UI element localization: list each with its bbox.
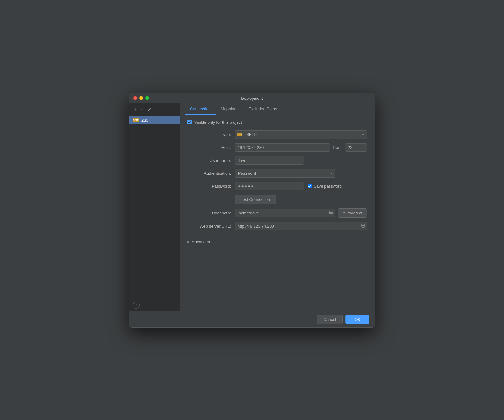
sidebar-bottom: ?: [129, 299, 180, 311]
root-path-control: Autodetect: [235, 208, 367, 218]
sidebar-spacer: [129, 124, 180, 299]
password-row-inner: Save password: [235, 182, 367, 190]
web-server-url-input[interactable]: [235, 222, 367, 230]
username-input[interactable]: [235, 156, 304, 165]
deployment-dialog: Deployment + − ✓ SFTP 230 ? C: [129, 93, 375, 328]
port-input[interactable]: [345, 143, 367, 152]
test-connection-row: Test Connection: [187, 195, 367, 204]
username-row: User name:: [187, 156, 367, 165]
auth-select[interactable]: Password Key pair (OpenSSH or PuTTY) Ope…: [235, 169, 335, 178]
sidebar: + − ✓ SFTP 230 ?: [129, 103, 180, 311]
advanced-section: ▶ Advanced: [187, 235, 367, 246]
confirm-server-button[interactable]: ✓: [146, 106, 153, 113]
cancel-button[interactable]: Cancel: [317, 315, 343, 324]
form-area: Visible only for this project Type: SFTP…: [180, 115, 375, 311]
password-control: Save password: [235, 182, 367, 190]
ok-button[interactable]: OK: [345, 315, 369, 324]
tab-excluded-paths[interactable]: Excluded Paths: [243, 103, 282, 115]
advanced-chevron-icon: ▶: [187, 240, 190, 244]
minimize-button[interactable]: [139, 96, 143, 100]
auth-row: Authentication: Password Key pair (OpenS…: [187, 169, 367, 178]
type-select[interactable]: SFTP FTP Local or mounted folder: [235, 130, 367, 139]
help-button[interactable]: ?: [133, 302, 140, 309]
password-label: Password:: [187, 184, 235, 189]
auth-label: Authentication:: [187, 171, 235, 176]
host-port-row: Port:: [235, 143, 367, 152]
type-row: Type: SFTP SFTP FTP Local or mounted fol…: [187, 130, 367, 139]
maximize-button[interactable]: [145, 96, 149, 100]
type-select-wrapper: SFTP SFTP FTP Local or mounted folder ▼: [235, 130, 367, 139]
port-label: Port:: [333, 145, 342, 150]
save-password-group: Save password: [308, 184, 342, 189]
title-bar: Deployment: [129, 93, 375, 103]
autodetect-button[interactable]: Autodetect: [338, 208, 367, 218]
host-label: Host:: [187, 145, 235, 150]
auth-control: Password Key pair (OpenSSH or PuTTY) Ope…: [235, 169, 367, 178]
globe-icon: [361, 224, 365, 228]
username-control: [235, 156, 367, 165]
browse-folder-button[interactable]: [328, 210, 334, 216]
test-connection-button[interactable]: Test Connection: [235, 195, 276, 204]
password-input[interactable]: [235, 182, 304, 190]
save-password-checkbox[interactable]: [308, 184, 312, 188]
web-server-url-row: Web server URL:: [187, 222, 367, 230]
root-path-input-wrapper: [235, 209, 335, 217]
root-path-label: Root path:: [187, 211, 235, 215]
web-server-url-control: [235, 222, 367, 230]
traffic-lights: [133, 96, 149, 100]
open-browser-button[interactable]: [361, 224, 365, 229]
root-path-row-inner: Autodetect: [235, 208, 367, 218]
sidebar-item-label: 230: [141, 118, 148, 122]
dialog-footer: Cancel OK: [129, 311, 375, 327]
root-path-row: Root path:: [187, 208, 367, 218]
svg-rect-1: [329, 211, 330, 212]
host-control: Port:: [235, 143, 367, 152]
advanced-toggle-button[interactable]: ▶ Advanced: [187, 238, 367, 246]
password-input-wrapper: [235, 182, 304, 190]
window-title: Deployment: [241, 96, 263, 103]
visible-only-label[interactable]: Visible only for this project: [194, 120, 242, 125]
sidebar-toolbar: + − ✓: [129, 103, 180, 116]
save-password-label[interactable]: Save password: [314, 184, 342, 189]
close-button[interactable]: [133, 96, 137, 100]
content-area: Connection Mappings Excluded Paths Visib…: [180, 103, 375, 311]
web-server-url-label: Web server URL:: [187, 224, 235, 229]
svg-rect-0: [329, 212, 333, 214]
root-path-input[interactable]: [235, 209, 335, 217]
password-row: Password: Save password: [187, 182, 367, 190]
host-input[interactable]: [235, 143, 330, 152]
dialog-body: + − ✓ SFTP 230 ? Connection Mappings: [129, 103, 375, 311]
test-connection-control: Test Connection: [235, 195, 367, 204]
tab-mappings[interactable]: Mappings: [216, 103, 243, 115]
advanced-label: Advanced: [192, 240, 210, 244]
folder-icon: [329, 211, 334, 214]
host-row: Host: Port:: [187, 143, 367, 152]
type-control: SFTP SFTP FTP Local or mounted folder ▼: [235, 130, 367, 139]
add-server-button[interactable]: +: [133, 106, 138, 113]
remove-server-button[interactable]: −: [139, 106, 145, 113]
sftp-server-icon: SFTP: [133, 118, 139, 122]
tab-bar: Connection Mappings Excluded Paths: [180, 103, 375, 115]
visible-only-checkbox[interactable]: [187, 120, 192, 124]
auth-select-wrapper: Password Key pair (OpenSSH or PuTTY) Ope…: [235, 169, 335, 178]
tab-connection[interactable]: Connection: [185, 103, 216, 115]
sidebar-item-230[interactable]: SFTP 230: [129, 116, 180, 124]
username-label: User name:: [187, 158, 235, 163]
visible-only-row: Visible only for this project: [187, 120, 367, 125]
type-label: Type:: [187, 132, 235, 137]
